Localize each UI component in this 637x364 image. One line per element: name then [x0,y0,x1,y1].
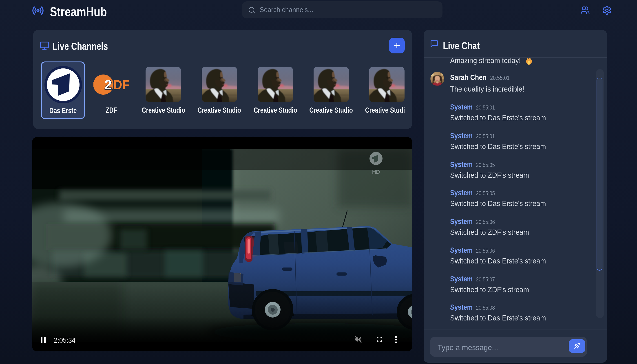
svg-text:DF: DF [113,77,129,92]
svg-text:2: 2 [104,77,112,92]
svg-text:2:05:34: 2:05:34 [54,336,76,344]
svg-text:HD: HD [372,168,380,174]
